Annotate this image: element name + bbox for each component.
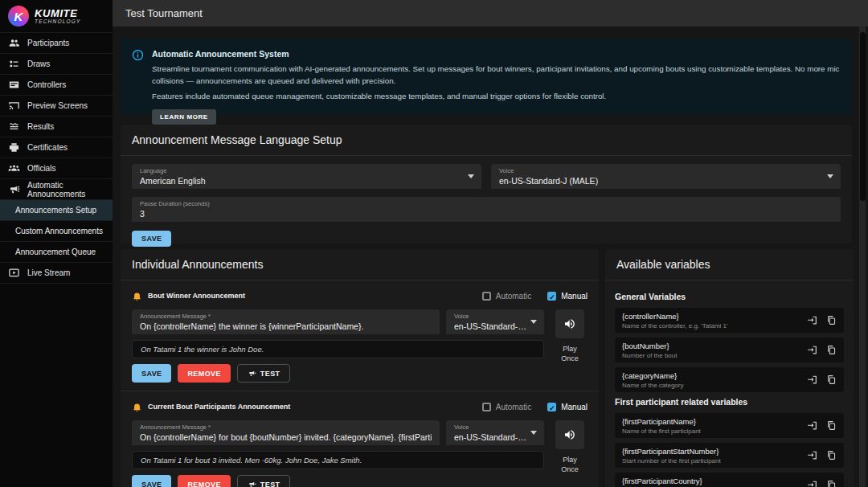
pause-duration-value: 3 (140, 209, 833, 219)
announcement-title: Current Bout Participants Announcement (148, 403, 290, 411)
available-variables-panel: Available variables General Variables {c… (605, 249, 854, 487)
manual-checkbox[interactable]: ✓ Manual (547, 403, 588, 411)
play-once-button[interactable] (555, 309, 584, 338)
copy-icon (826, 420, 837, 431)
variable-description: Start number of the first participant (622, 457, 807, 464)
sidebar-item-draws[interactable]: Draws (0, 54, 113, 75)
insert-variable-button[interactable] (807, 450, 817, 460)
insert-variable-button[interactable] (807, 315, 817, 325)
test-button[interactable]: TEST (237, 364, 291, 383)
test-button[interactable]: TEST (237, 475, 291, 487)
copy-button[interactable] (826, 315, 837, 325)
remove-button[interactable]: REMOVE (178, 364, 230, 383)
brand-subtitle: TECHNOLOGY (35, 18, 81, 24)
voice-select[interactable]: Voice en-US-Standard-J (MALE) (491, 164, 841, 189)
manual-checkbox[interactable]: ✓ Manual (547, 292, 588, 301)
insert-variable-button[interactable] (807, 374, 817, 385)
sidebar-item-automatic-announcements[interactable]: Automatic Announcements (0, 179, 113, 200)
sidebar-item-label: Certificates (27, 143, 68, 152)
checkbox-label: Automatic (496, 403, 531, 411)
announcement-voice-select[interactable]: Voice en-US-Standard-J (MALE) (446, 420, 544, 445)
copy-button[interactable] (826, 480, 837, 487)
scrollbar-thumb[interactable] (860, 32, 866, 201)
play-once-button[interactable] (555, 420, 584, 449)
sidebar-item-preview-screens[interactable]: Preview Screens (0, 96, 113, 117)
language-select[interactable]: Language American English (132, 164, 481, 189)
variable-name: {firstParticipantCountry} (622, 477, 807, 485)
announcement-title: Bout Winner Announcement (148, 292, 245, 300)
announcement-message-input[interactable]: Announcement Message * On {controllerNam… (132, 309, 440, 334)
available-variables-title: Available variables (605, 249, 854, 280)
chevron-down-icon (468, 174, 474, 178)
certificates-icon (8, 141, 20, 153)
sidebar: K KUMITE TECHNOLOGY Participants Draws C… (0, 0, 113, 487)
sidebar-subitem-label: Announcements Setup (15, 206, 96, 215)
brand-logo[interactable]: K KUMITE TECHNOLOGY (0, 0, 113, 33)
sidebar-item-label: Participants (27, 39, 69, 47)
copy-icon (826, 315, 837, 325)
variable-card: {categoryName} Name of the category (615, 367, 844, 392)
pause-duration-input[interactable]: Pause Duration (seconds) 3 (132, 197, 841, 222)
insert-variable-button[interactable] (807, 420, 817, 431)
scrollbar-track[interactable] (859, 27, 866, 487)
chevron-down-icon (827, 174, 833, 178)
checkbox-label: Manual (561, 403, 588, 411)
sidebar-item-participants[interactable]: Participants (0, 33, 113, 54)
checkbox-label: Automatic (496, 292, 531, 301)
individual-announcements-panel: Individual Announcements Bout Winner Ann… (121, 249, 599, 487)
announcement-message-input[interactable]: Announcement Message * On {controllerNam… (132, 420, 440, 445)
save-button[interactable]: SAVE (132, 475, 171, 487)
sidebar-item-label: Controllers (27, 80, 66, 89)
sidebar-nav: Participants Draws Controllers Preview S… (0, 33, 113, 284)
sidebar-item-results[interactable]: Results (0, 117, 113, 137)
save-button[interactable]: SAVE (132, 231, 171, 247)
checkbox-label: Manual (561, 292, 588, 301)
save-button[interactable]: SAVE (132, 364, 171, 383)
remove-button[interactable]: REMOVE (178, 475, 230, 487)
insert-variable-button[interactable] (807, 345, 817, 355)
brand-logo-letter: K (14, 10, 23, 23)
speaker-icon (563, 317, 576, 330)
sidebar-item-announcements-setup[interactable]: Announcements Setup (0, 200, 113, 221)
voice-select-value: en-US-Standard-J (MALE) (454, 432, 536, 442)
learn-more-button[interactable]: LEARN MORE (152, 109, 216, 125)
campaign-icon (248, 369, 256, 378)
variable-description: Name of the category (622, 382, 807, 389)
bell-icon (132, 291, 142, 301)
sidebar-item-officials[interactable]: Officials (0, 158, 113, 179)
copy-button[interactable] (826, 345, 837, 355)
copy-icon (826, 480, 837, 487)
sidebar-item-controllers[interactable]: Controllers (0, 75, 113, 96)
controllers-icon (8, 79, 20, 91)
sidebar-item-announcement-queue[interactable]: Announcement Queue (0, 242, 113, 263)
announcement-voice-select[interactable]: Voice en-US-Standard-J (MALE) (446, 309, 544, 334)
automatic-checkbox[interactable]: ✓ Automatic (482, 403, 531, 411)
brand-name: KUMITE (35, 8, 81, 19)
automatic-checkbox[interactable]: ✓ Automatic (482, 292, 531, 301)
sidebar-item-custom-announcements[interactable]: Custom Announcements (0, 221, 113, 242)
speaker-icon (563, 428, 576, 441)
copy-icon (826, 450, 837, 460)
sidebar-item-label: Automatic Announcements (27, 181, 104, 198)
sidebar-item-live-stream[interactable]: Live Stream (0, 263, 113, 284)
copy-button[interactable] (826, 420, 837, 431)
voice-select-label: Voice (499, 167, 833, 174)
results-icon (8, 121, 20, 133)
officials-icon (8, 162, 20, 174)
sidebar-item-label: Officials (27, 164, 55, 173)
variable-description: Name of the controller, e.g. 'Tatami 1' (622, 322, 807, 329)
voice-select-label: Voice (454, 313, 536, 320)
insert-variable-button[interactable] (807, 480, 817, 487)
variable-name: {boutNumber} (622, 342, 807, 350)
pause-duration-label: Pause Duration (seconds) (140, 200, 833, 207)
chevron-down-icon (530, 320, 537, 324)
sidebar-item-certificates[interactable]: Certificates (0, 137, 113, 158)
variable-name: {firstParticipantName} (622, 417, 807, 426)
insert-icon (807, 480, 817, 487)
copy-button[interactable] (826, 450, 837, 460)
insert-icon (807, 315, 817, 325)
voice-select-label: Voice (454, 424, 536, 431)
copy-button[interactable] (826, 374, 837, 385)
sidebar-item-label: Preview Screens (27, 101, 88, 110)
participants-icon (8, 37, 20, 49)
